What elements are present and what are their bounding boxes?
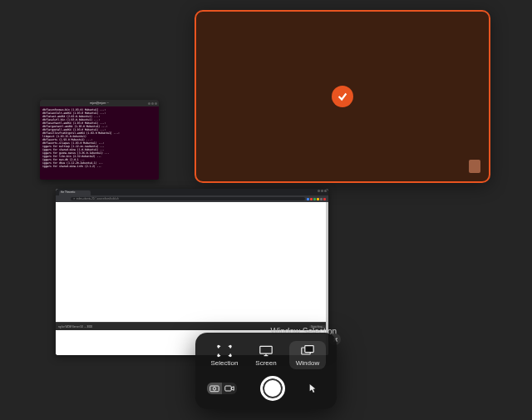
photo-mode-icon[interactable] [207, 383, 222, 394]
address-bar: ✕ index-ubuntu-20-*-source/bon/build.sh [71, 197, 305, 200]
mode-screen[interactable]: Screen [248, 341, 284, 369]
mode-selection[interactable]: Selection [206, 341, 243, 369]
svg-point-12 [213, 388, 215, 390]
svg-rect-13 [225, 386, 232, 391]
video-mode-icon[interactable] [222, 383, 237, 394]
capture-type-toggle[interactable] [207, 383, 237, 394]
window-preview-terminal[interactable]: mjon@mjon: ~ dbflasonfonmes.bin (1.93.0)… [40, 100, 159, 180]
selection-check-icon [332, 86, 353, 107]
browser-toolbar: ✕ index-ubuntu-20-*-source/bon/build.sh [56, 195, 328, 202]
selected-window-preview[interactable] [195, 10, 490, 183]
svg-rect-10 [305, 346, 313, 353]
screenshot-panel: Selection Screen Window [195, 333, 337, 409]
svg-point-3 [229, 345, 231, 347]
window-controls [148, 102, 157, 105]
reload-icon [66, 198, 69, 200]
show-pointer-toggle[interactable] [307, 383, 318, 394]
window-controls [318, 190, 327, 192]
wastebasket-icon [469, 160, 480, 173]
mode-window[interactable]: Window [289, 341, 326, 369]
svg-point-4 [218, 355, 219, 357]
mode-label: Window [296, 359, 319, 367]
forward-icon [62, 198, 65, 200]
svg-rect-11 [210, 386, 219, 392]
browser-tabstrip: the Theoretic [56, 189, 328, 195]
terminal-title: mjon@mjon: ~ [90, 101, 109, 105]
terminal-titlebar: mjon@mjon: ~ [40, 100, 159, 106]
browser-extensions [307, 198, 326, 200]
svg-point-2 [218, 345, 219, 347]
mode-label: Screen [255, 359, 276, 367]
back-icon [58, 198, 61, 200]
capture-button[interactable] [260, 376, 285, 401]
svg-point-5 [229, 355, 231, 357]
terminal-output: dbflasonfonmes.bin (1.93.0) Mubuntu1] ..… [40, 106, 159, 170]
mode-label: Selection [211, 359, 239, 367]
svg-rect-6 [260, 346, 272, 353]
devtools-status: ng for WDM Server 50 → 3000 [58, 325, 92, 329]
